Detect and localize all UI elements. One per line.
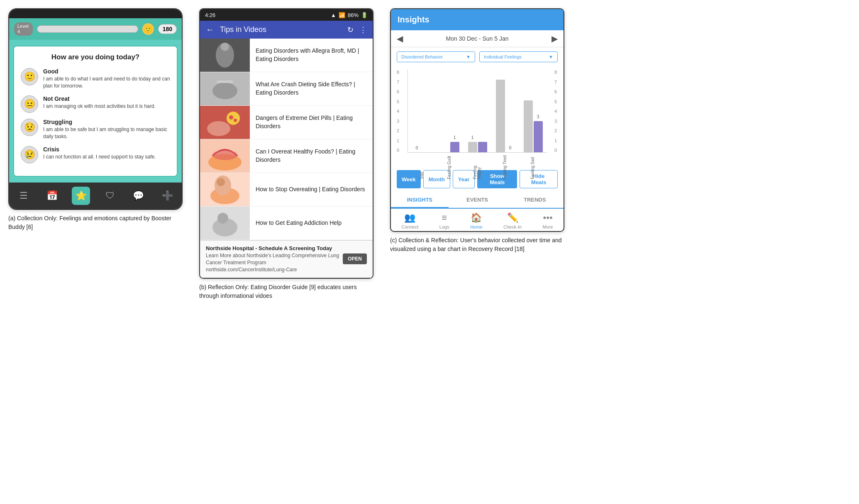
option-crisis[interactable]: 😢 Crisis I can not function at all. I ne…: [21, 146, 170, 163]
ad-open-button[interactable]: OPEN: [343, 253, 367, 264]
nav-more[interactable]: ••• More: [543, 212, 553, 229]
filter-row: Disordered Behavior ▼ Individual Feeling…: [391, 47, 564, 66]
emoji-struggling: 😟: [21, 119, 38, 136]
header-actions: ↻ ⋮: [347, 25, 367, 34]
video-thumb-2: [200, 72, 250, 105]
disordered-behavior-dropdown[interactable]: Disordered Behavior ▼: [397, 51, 475, 62]
caption-b: (b) Reflection Only: Eating Disorder Gui…: [199, 283, 373, 300]
video-title-5: How to Stop Overeating | Eating Disorder…: [256, 185, 367, 194]
tab-trends[interactable]: TRENDS: [506, 192, 564, 208]
question-title: How are you doing today?: [21, 53, 170, 61]
option-struggling[interactable]: 😟 Struggling I am able to be safe but I …: [21, 119, 170, 140]
option-notgreat-desc: I am managing ok with most activities bu…: [43, 103, 170, 110]
signal-icon: 📶: [339, 12, 345, 18]
video-list: Eating Disorders with Allegra Broft, MD …: [200, 39, 373, 240]
video-info-1: Eating Disorders with Allegra Broft, MD …: [250, 43, 373, 67]
option-crisis-label: Crisis: [43, 146, 170, 153]
svg-point-8: [227, 112, 240, 125]
video-title-1: Eating Disorders with Allegra Broft, MD …: [256, 47, 367, 63]
refresh-icon[interactable]: ↻: [347, 25, 354, 34]
wifi-icon: ▲: [331, 12, 336, 18]
date-range-label: Mon 30 Dec - Sun 5 Jan: [446, 35, 509, 42]
video-item-5[interactable]: How to Stop Overeating | Eating Disorder…: [200, 173, 373, 207]
option-good[interactable]: 🙂 Good I am able to do what I want and n…: [21, 68, 170, 90]
nav-chat-icon[interactable]: 💬: [129, 187, 148, 205]
ad-title: Northside Hospital - Schedule A Screenin…: [206, 245, 332, 251]
option-good-label: Good: [43, 68, 170, 75]
nav-star-icon[interactable]: ⭐: [72, 187, 90, 205]
svg-point-10: [234, 119, 237, 122]
video-item-3[interactable]: Dangers of Extreme Diet Pills | Eating D…: [200, 106, 373, 139]
nav-home[interactable]: 🏠 Home: [470, 212, 482, 229]
svg-point-13: [212, 150, 237, 160]
connect-icon: 👥: [404, 212, 415, 223]
top-bar-a: [9, 9, 182, 18]
logs-label: Logs: [439, 224, 449, 229]
header-c: Insights: [391, 9, 564, 30]
home-icon: 🏠: [471, 212, 482, 223]
video-thumb-1: [200, 39, 250, 72]
more-icon: •••: [543, 212, 553, 223]
status-icons: ▲ 📶 86% 🔋: [331, 12, 368, 18]
tab-events[interactable]: EVENTS: [449, 192, 506, 208]
svg-point-2: [221, 43, 229, 51]
checkin-label: Check-In: [503, 224, 522, 229]
battery-pct: 86%: [348, 12, 359, 18]
video-item-4[interactable]: Can I Overeat Healthy Foods? | Eating Di…: [200, 139, 373, 173]
video-info-2: What Are Crash Dieting Side Effects? | E…: [250, 76, 373, 101]
svg-rect-5: [217, 80, 233, 83]
caption-a: (a) Collection Only: Feelings and emotio…: [8, 214, 183, 231]
emoji-crisis: 😢: [21, 146, 38, 163]
option-struggling-label: Struggling: [43, 119, 170, 125]
logs-icon: ≡: [442, 212, 447, 223]
screenshot-a: Level: 4 🙂 180 How are you doing today? …: [8, 8, 183, 231]
status-bar-b: 4:26 ▲ 📶 86% 🔋: [200, 9, 373, 21]
video-info-5: How to Stop Overeating | Eating Disorder…: [250, 181, 373, 198]
video-item-6[interactable]: How to Get Eating Addiction Help: [200, 207, 373, 240]
phone-c-frame: Insights ◀ Mon 30 Dec - Sun 5 Jan ▶ Diso…: [390, 8, 564, 232]
nav-calendar-icon[interactable]: 📅: [43, 187, 61, 205]
question-card: How are you doing today? 🙂 Good I am abl…: [13, 46, 178, 176]
back-button[interactable]: ←: [206, 25, 214, 34]
video-info-3: Dangers of Extreme Diet Pills | Eating D…: [250, 110, 373, 134]
nav-menu-icon[interactable]: ☰: [15, 187, 33, 205]
nav-connect[interactable]: 👥 Connect: [401, 212, 418, 229]
video-title-3: Dangers of Extreme Diet Pills | Eating D…: [256, 114, 367, 130]
level-badge: Level: 4: [14, 22, 33, 36]
nav-checkin[interactable]: ✏️ Check-In: [503, 212, 522, 229]
video-title-6: How to Get Eating Addiction Help: [256, 219, 367, 227]
x-label-tired: Feeling Tired: [503, 154, 507, 179]
more-options-icon[interactable]: ⋮: [359, 25, 367, 34]
nav-plus-icon[interactable]: ➕: [158, 187, 176, 205]
prev-date-button[interactable]: ◀: [397, 34, 403, 44]
screen-title-b: Tips in Videos: [220, 25, 342, 34]
option-struggling-desc: I am able to be safe but I am struggling…: [43, 126, 170, 140]
status-time: 4:26: [205, 12, 215, 18]
coin-icon: 🙂: [142, 23, 154, 35]
tab-insights[interactable]: INSIGHTS: [391, 192, 449, 208]
x-label-happy: Feeling Happy: [473, 154, 481, 179]
individual-feelings-dropdown[interactable]: Individual Feelings ▼: [479, 51, 558, 62]
phone-a-frame: Level: 4 🙂 180 How are you doing today? …: [8, 8, 183, 210]
svg-point-17: [217, 178, 225, 186]
header-a: Level: 4 🙂 180: [9, 18, 182, 40]
screenshot-c: Insights ◀ Mon 30 Dec - Sun 5 Jan ▶ Diso…: [390, 8, 564, 253]
svg-point-4: [212, 83, 237, 99]
x-label-guilt: Feeling Guilt: [447, 154, 451, 179]
nav-shield-icon[interactable]: 🛡: [101, 187, 119, 205]
ad-banner: Northside Hospital - Schedule A Screenin…: [200, 240, 373, 278]
video-thumb-6: [200, 207, 250, 240]
bar-chart: 0 1 2 3 4 5 6 7 8 0 1 2: [391, 66, 564, 166]
option-crisis-desc: I can not function at all. I need suppor…: [43, 153, 170, 161]
emoji-notgreat: 😐: [21, 95, 38, 113]
insights-title: Insights: [398, 15, 430, 24]
tabs-bar: INSIGHTS EVENTS TRENDS: [391, 192, 564, 209]
video-item-2[interactable]: What Are Crash Dieting Side Effects? | E…: [200, 72, 373, 106]
emoji-good: 🙂: [21, 68, 38, 85]
next-date-button[interactable]: ▶: [552, 34, 558, 44]
option-notgreat[interactable]: 😐 Not Great I am managing ok with most a…: [21, 95, 170, 113]
nav-logs[interactable]: ≡ Logs: [439, 212, 449, 229]
option-good-desc: I am able to do what I want and need to …: [43, 75, 170, 90]
more-label: More: [543, 224, 553, 229]
video-item-1[interactable]: Eating Disorders with Allegra Broft, MD …: [200, 39, 373, 72]
